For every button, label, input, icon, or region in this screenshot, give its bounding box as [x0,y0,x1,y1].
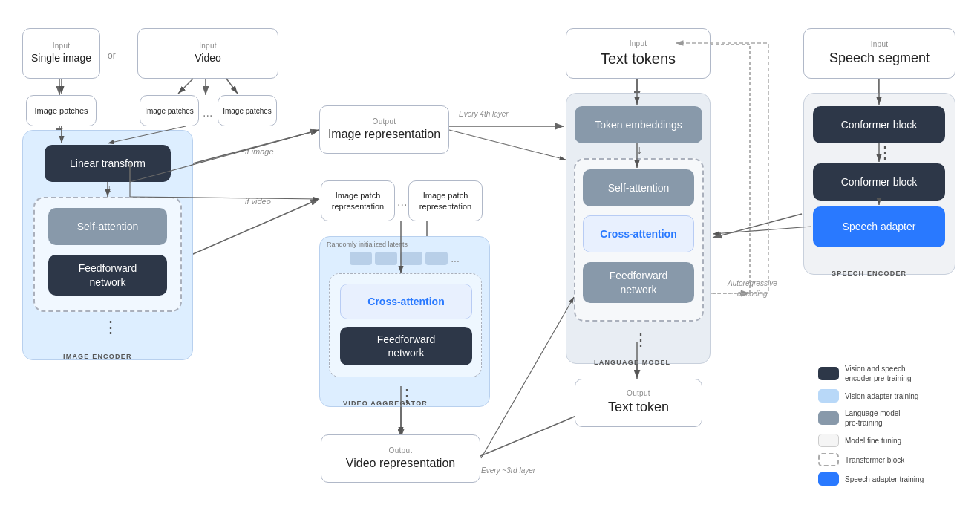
input-speech-title: Speech segment [829,50,930,67]
video-agg-feedforward: Feedforwardnetwork [340,327,472,365]
conformer-block-1-title: Conformer block [841,118,918,131]
input-text-tokens-label: Input [630,39,647,48]
latent-dots: ... [451,252,460,264]
legend-box-dark [818,367,839,380]
conformer-block-2: Conformer block [813,163,945,201]
if-video-text: if video [245,197,271,206]
input-video-title: Video [195,51,221,65]
image-patches-single: Image patches [26,95,97,126]
image-patch-repr-1: Image patchrepresentation [321,180,395,221]
legend-item-fine-tuning: Model fine tuning [818,434,967,447]
legend-box-blue-accent [818,472,839,486]
video-agg-dots: ⋮ [399,386,415,405]
image-patch-repr-2-title: Image patchrepresentation [419,190,471,212]
lm-cross-attention: Cross-attention [583,215,694,252]
every-4th-layer-text: Every 4th layer [459,110,509,118]
latent-bar-1 [350,252,372,265]
speech-adapter-box: Speech adapter [813,206,945,247]
svg-line-34 [481,297,574,458]
legend-item-lm-pretraining: Language modelpre-training [818,408,967,428]
latent-bar-4 [425,252,448,265]
svg-line-31 [449,130,566,160]
legend-text-speech-adapter: Speech adapter training [845,475,924,484]
video-representation-box: Output Video representation [321,434,480,483]
image-patches-video-2: Image patches [218,95,277,126]
input-text-tokens-title: Text tokens [601,49,676,68]
lm-feedforward: Feedforwardnetwork [583,262,694,303]
image-patches-video-1-label: Image patches [145,106,194,116]
svg-line-8 [171,199,319,264]
video-agg-feedforward-title: Feedforwardnetwork [377,333,436,359]
legend-item-speech-adapter: Speech adapter training [818,472,967,486]
te-arrow: ↓ [636,143,642,157]
image-patches-single-label: Image patches [34,105,88,116]
speech-encoder-label: SPEECH ENCODER [832,270,906,277]
image-patches-video-2-label: Image patches [223,106,272,116]
legend-text-fine-tuning: Model fine tuning [845,436,901,446]
video-repr-title: Video representation [346,456,455,472]
lm-dots: ⋮ [633,330,649,350]
image-repr-label-top: Output [373,117,396,126]
input-text-tokens: Input Text tokens [566,28,710,79]
legend-item-transformer-block: Transformer block [818,453,967,466]
lm-self-attention: Self-attention [583,169,694,206]
legend: Vision and speechencoder pre-training Vi… [818,364,967,492]
latent-bar-3 [400,252,422,265]
video-agg-cross-attention-title: Cross-attention [368,295,444,308]
legend-text-lm-pretraining: Language modelpre-training [845,408,901,428]
lt-arrow: ↓ [106,182,112,195]
text-token-label-top: Output [627,389,650,397]
legend-box-dashed [818,453,839,466]
linear-transform-box: Linear transform [45,145,171,182]
svg-line-25 [226,79,238,94]
linear-transform-title: Linear transform [70,157,146,170]
conformer-block-1: Conformer block [813,106,945,143]
token-embeddings-title: Token embeddings [595,118,682,131]
video-repr-label-top: Output [389,446,413,454]
input-speech-label: Input [871,40,889,48]
language-model-label: LANGUAGE MODEL [594,359,670,366]
legend-text-transformer-block: Transformer block [845,455,904,465]
svg-line-41 [713,227,811,234]
latent-bar-2 [375,252,397,265]
conformer-block-2-title: Conformer block [841,175,918,189]
input-video: Input Video [137,28,278,79]
input-video-label: Input [199,42,217,50]
image-encoder-feedforward-title: Feedforwardnetwork [79,261,137,288]
legend-item-vision-speech: Vision and speechencoder pre-training [818,364,967,383]
video-agg-cross-attention: Cross-attention [340,284,472,319]
lm-cross-attention-title: Cross-attention [600,227,676,241]
image-patch-repr-1-title: Image patchrepresentation [332,190,384,212]
image-patches-video-1: Image patches [140,95,199,126]
legend-text-vision-adapter: Vision adapter training [845,391,918,401]
speech-adapter-title: Speech adapter [843,220,916,233]
text-token-box: Output Text token [575,379,702,427]
legend-text-vision-speech: Vision and speechencoder pre-training [845,364,912,383]
image-repr-title: Image representation [328,127,440,143]
svg-line-16 [713,214,802,238]
lm-self-attention-title: Self-attention [608,181,670,195]
image-encoder-feedforward: Feedforwardnetwork [48,255,167,296]
legend-box-gray [818,411,839,425]
lm-feedforward-title: Feedforwardnetwork [610,269,668,296]
patches-dots: ... [203,106,212,120]
autoregressive-decoding-text: Autoregressivedecoding [728,278,777,299]
image-encoder-self-attention: Self-attention [48,208,167,245]
input-speech-segment: Input Speech segment [803,28,956,79]
if-image-text: if image [245,147,274,156]
conformer-dots: ⋮ [877,143,893,163]
image-encoder-label: IMAGE ENCODER [63,353,132,360]
or-text: or [108,50,116,61]
legend-box-white [818,434,839,447]
input-single-image-title: Single image [31,51,91,65]
patch-repr-dots: ... [397,195,407,209]
text-token-title: Text token [608,399,669,416]
image-patch-repr-2: Image patchrepresentation [408,180,483,221]
svg-line-24 [178,79,193,94]
image-encoder-dots: ⋮ [102,318,119,337]
token-embeddings-box: Token embeddings [575,106,702,143]
legend-item-vision-adapter: Vision adapter training [818,389,967,403]
every-3rd-layer-text: Every ~3rd layer [481,466,535,475]
input-single-image: Input Single image [22,28,100,79]
image-encoder-self-attention-title: Self-attention [77,220,139,233]
